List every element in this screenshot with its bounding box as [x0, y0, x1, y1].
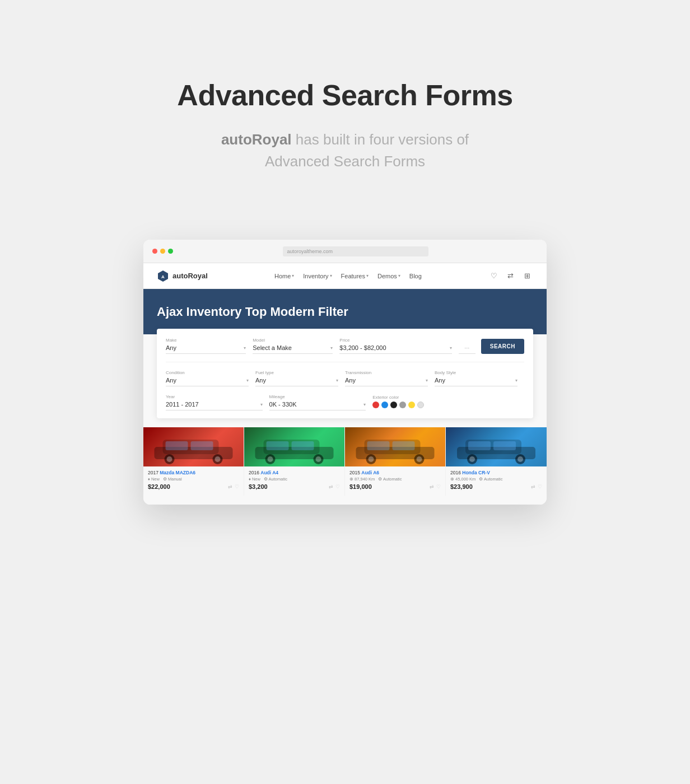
car-actions: ⇄ ♡ [329, 484, 340, 489]
car-illustration [345, 427, 445, 466]
condition-select[interactable]: Any ▾ [166, 377, 249, 386]
chevron-down-icon: ▾ [330, 346, 333, 351]
model-filter: Model Select a Make ▾ [253, 338, 339, 354]
login-icon[interactable]: ⊞ [522, 270, 533, 282]
car-info: 2016 Audi A4 ♦ New ⚙ Automatic $3,200 ⇄ … [244, 466, 344, 490]
mileage-label: Mileage [269, 394, 366, 399]
inventory-banner: Ajax Inventory Top Modern Filter [143, 289, 547, 335]
car-make-link[interactable]: Mazda MAZDA6 [160, 470, 195, 475]
body-value: Any [435, 377, 445, 384]
car-info: 2017 Mazda MAZDA6 ♦ New ⚙ Manual $22,000… [143, 466, 244, 490]
car-meta: ⊕ 87,940 Km ⚙ Automatic [349, 477, 441, 482]
chevron-down-icon: ▾ [292, 273, 294, 278]
body-select[interactable]: Any ▾ [435, 377, 518, 386]
compare-icon[interactable]: ⇄ [228, 484, 232, 489]
car-price-row: $23,900 ⇄ ♡ [450, 483, 542, 490]
compare-icon[interactable]: ⇄ [329, 484, 333, 489]
color-swatches [372, 402, 518, 410]
wishlist-icon[interactable]: ♡ [538, 484, 542, 489]
fuel-select[interactable]: Any ▾ [255, 377, 338, 386]
chevron-down-icon: ▾ [336, 378, 338, 383]
condition-label: Condition [166, 370, 249, 375]
car-price: $19,000 [349, 483, 372, 490]
year-label: Year [166, 394, 263, 399]
make-label: Make [166, 338, 246, 343]
more-options-dots[interactable]: ··· [459, 344, 475, 354]
color-swatch-blue[interactable] [381, 402, 388, 408]
wishlist-icon[interactable]: ♡ [335, 484, 340, 489]
nav-home[interactable]: Home ▾ [274, 273, 294, 279]
search-divider [166, 362, 524, 362]
condition-filter: Condition Any ▾ [166, 370, 255, 386]
nav-demos[interactable]: Demos ▾ [377, 273, 400, 279]
mileage-value: 0K - 330K [269, 401, 297, 408]
svg-point-15 [316, 456, 321, 462]
condition-meta: ♦ New [148, 477, 160, 482]
browser-maximize-dot [168, 249, 173, 254]
browser-minimize-dot [160, 249, 165, 254]
year-select[interactable]: 2011 - 2017 ▾ [166, 401, 263, 410]
svg-rect-8 [166, 441, 188, 450]
navbar-brand: A autoRoyal [157, 270, 208, 282]
color-swatch-lightgray[interactable] [417, 402, 424, 408]
price-select[interactable]: $3,200 - $82,000 ▾ [339, 344, 451, 354]
chevron-down-icon: ▾ [330, 273, 332, 278]
chevron-down-icon: ▾ [260, 402, 263, 407]
model-select[interactable]: Select a Make ▾ [253, 344, 333, 354]
inventory-title: Ajax Inventory Top Modern Filter [157, 305, 533, 319]
svg-point-23 [417, 456, 422, 462]
browser-chrome: autoroyaltheme.com [143, 240, 547, 263]
hero-subtitle: autoRoyal has built in four versions of … [199, 129, 491, 172]
svg-rect-24 [367, 441, 390, 450]
hero-section: Advanced Search Forms autoRoyal has buil… [0, 0, 690, 206]
car-image [143, 427, 244, 466]
wishlist-icon[interactable]: ♡ [235, 484, 239, 489]
svg-point-13 [268, 456, 273, 462]
nav-inventory[interactable]: Inventory ▾ [303, 273, 332, 279]
car-actions: ⇄ ♡ [228, 484, 239, 489]
car-illustration [446, 427, 547, 466]
search-button[interactable]: SEARCH [481, 339, 524, 354]
site-navbar: A autoRoyal Home ▾ Inventory ▾ Features … [143, 263, 547, 289]
compare-icon[interactable]: ⇄ [505, 270, 516, 282]
compare-icon[interactable]: ⇄ [531, 484, 535, 489]
car-make-link[interactable]: Audi A4 [260, 470, 278, 475]
color-swatch-gray[interactable] [399, 402, 406, 408]
color-swatch-red[interactable] [372, 402, 379, 408]
brand-logo-icon: A [157, 270, 169, 282]
fuel-filter: Fuel type Any ▾ [255, 370, 345, 386]
chevron-down-icon: ▾ [398, 273, 400, 278]
make-select[interactable]: Any ▾ [166, 344, 246, 354]
car-image [244, 427, 344, 466]
search-row-3: Year 2011 - 2017 ▾ Mileage 0K - 330K ▾ E… [166, 394, 524, 410]
color-swatch-black[interactable] [390, 402, 397, 408]
color-swatch-yellow[interactable] [408, 402, 415, 408]
car-actions: ⇄ ♡ [531, 484, 542, 489]
svg-point-7 [215, 456, 221, 462]
svg-text:A: A [161, 274, 165, 279]
condition-value: Any [166, 377, 176, 384]
body-style-filter: Body Style Any ▾ [435, 370, 524, 386]
chevron-down-icon: ▾ [363, 402, 366, 407]
car-card: 2016 Audi A4 ♦ New ⚙ Automatic $3,200 ⇄ … [244, 427, 345, 496]
car-meta: ⊕ 45,000 Km ⚙ Automatic [450, 477, 542, 482]
nav-blog[interactable]: Blog [409, 273, 422, 279]
car-price-row: $3,200 ⇄ ♡ [249, 483, 340, 490]
transmission-select[interactable]: Any ▾ [345, 377, 428, 386]
compare-icon[interactable]: ⇄ [430, 484, 434, 489]
car-year-model: 2017 Mazda MAZDA6 [148, 470, 239, 475]
search-form-card: Make Any ▾ Model Select a Make ▾ Price [157, 329, 533, 418]
wishlist-icon[interactable]: ♡ [436, 484, 441, 489]
wishlist-icon[interactable]: ♡ [488, 270, 500, 282]
car-make-link[interactable]: Honda CR-V [462, 470, 490, 475]
transmission-meta: ⚙ Automatic [378, 477, 402, 482]
mileage-select[interactable]: 0K - 330K ▾ [269, 401, 366, 410]
car-price: $3,200 [249, 483, 268, 490]
navbar-brand-name: autoRoyal [172, 272, 208, 280]
car-meta: ♦ New ⚙ Automatic [249, 477, 340, 482]
hero-subtitle-text: has built in four versions of Advanced S… [265, 131, 469, 170]
car-year-model: 2016 Audi A4 [249, 470, 340, 475]
address-bar: autoroyaltheme.com [287, 249, 333, 254]
nav-features[interactable]: Features ▾ [341, 273, 369, 279]
car-make-link[interactable]: Audi A6 [361, 470, 379, 475]
